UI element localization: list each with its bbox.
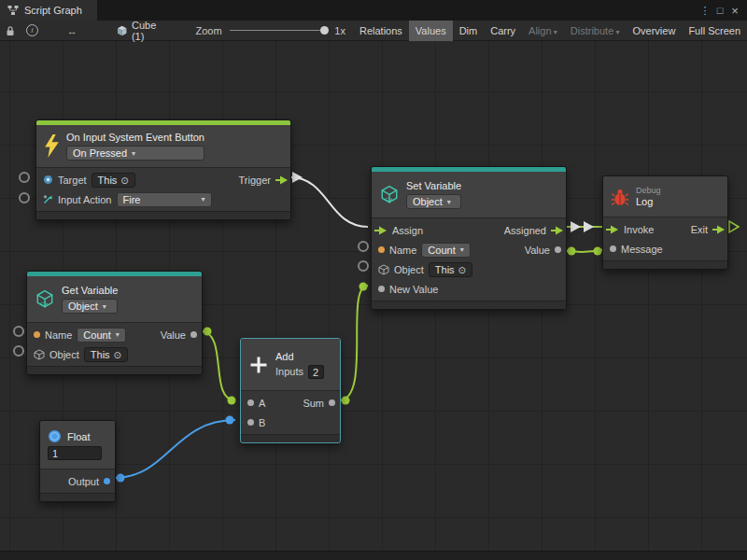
- wire-endpoint-dot: [594, 247, 602, 256]
- relations-arrows-icon[interactable]: ↔: [62, 25, 83, 36]
- port-label-new-value: New Value: [389, 284, 438, 295]
- node-get-variable[interactable]: <> Get Variable Object Name Count: [26, 271, 203, 375]
- node-on-input-system-event[interactable]: On Input System Event Button On Pressed …: [35, 119, 291, 220]
- invoke-input-port[interactable]: [606, 225, 619, 234]
- a-input-port[interactable]: [247, 399, 254, 406]
- object-picker-icon: [114, 349, 121, 360]
- fullscreen-button[interactable]: Full Screen: [682, 21, 747, 41]
- target-row: Target This Trigger: [36, 170, 290, 189]
- graph-canvas[interactable]: On Input System Event Button On Pressed …: [0, 41, 747, 560]
- node-debug-log[interactable]: Debug Log Invoke Exit: [602, 175, 728, 270]
- float-value-field[interactable]: 1: [48, 446, 102, 460]
- info-icon[interactable]: i: [21, 24, 43, 36]
- port-label-assigned: Assigned: [504, 225, 546, 236]
- trigger-output-port[interactable]: [275, 175, 289, 185]
- wire-float-addB[interactable]: [114, 420, 235, 478]
- event-action-outer-port[interactable]: [19, 192, 30, 203]
- graph-target[interactable]: Cube (1): [117, 20, 170, 42]
- node-footer: [372, 301, 566, 309]
- relations-button[interactable]: Relations: [353, 21, 409, 41]
- svg-text:<>: <>: [385, 195, 393, 203]
- port-label-a: A: [259, 398, 265, 409]
- port-label-target: Target: [58, 175, 87, 186]
- event-mode-dropdown[interactable]: On Pressed: [66, 146, 204, 161]
- b-row: B: [241, 413, 340, 432]
- port-label-exit: Exit: [691, 224, 708, 235]
- node-category: Debug: [636, 186, 661, 195]
- node-title: Set Variable: [406, 180, 461, 191]
- maximize-icon[interactable]: □: [712, 5, 727, 16]
- node-title: Log: [636, 196, 661, 207]
- tab-bar: Script Graph ⋮ □ ×: [0, 0, 747, 21]
- wire-sum-newvalue[interactable]: [339, 286, 368, 400]
- lock-icon[interactable]: [0, 25, 21, 36]
- sum-output-port[interactable]: [329, 399, 335, 406]
- port-label-invoke: Invoke: [624, 224, 654, 235]
- getvar-object-outer-port[interactable]: [13, 345, 24, 357]
- zoom-slider-handle[interactable]: [320, 26, 329, 35]
- invoke-row: Invoke Exit: [603, 219, 727, 239]
- name-row: Name Count Value: [27, 325, 202, 344]
- wire-getvalue-addA[interactable]: [201, 331, 235, 400]
- node-float[interactable]: Float 1 Output: [39, 420, 116, 502]
- flow-marker-arrow: [571, 221, 581, 232]
- assign-input-port[interactable]: [374, 226, 388, 235]
- port-label-assign: Assign: [392, 225, 423, 236]
- a-row: A Sum: [241, 393, 340, 413]
- input-action-dropdown[interactable]: Fire: [117, 192, 212, 207]
- object-chip[interactable]: This: [84, 347, 128, 362]
- object-chip[interactable]: This: [429, 262, 472, 277]
- node-add[interactable]: Add Inputs 2 A Sum B: [240, 338, 341, 443]
- wire-endpoint-dot: [568, 247, 576, 256]
- zoom-slider[interactable]: [230, 26, 330, 35]
- target-object-chip[interactable]: This: [92, 173, 135, 188]
- dropdown-value: Count: [428, 245, 455, 256]
- output-row: Output: [40, 471, 115, 491]
- port-label-output: Output: [68, 476, 99, 487]
- exit-output-port[interactable]: [712, 225, 726, 234]
- overview-button[interactable]: Overview: [627, 21, 683, 41]
- wire-endpoint-dot: [359, 283, 368, 291]
- assign-row: Assign Assigned: [372, 220, 566, 240]
- message-input-port[interactable]: [610, 245, 616, 252]
- cube-icon: [117, 25, 127, 36]
- getvar-name-outer-port[interactable]: [13, 326, 24, 337]
- dim-button[interactable]: Dim: [453, 21, 485, 41]
- value-output-port[interactable]: [555, 246, 561, 253]
- assigned-output-port[interactable]: [551, 226, 564, 235]
- window-controls: ⋮ □ ×: [698, 0, 747, 21]
- wire-endpoint-dot: [204, 328, 212, 336]
- value-output-port[interactable]: [190, 331, 197, 338]
- port-label-b: B: [259, 417, 265, 428]
- input-action-row: Input Action Fire: [36, 189, 290, 209]
- zoom-slider-track: [230, 30, 330, 31]
- target-port-icon: [43, 175, 53, 185]
- name-input-port[interactable]: [378, 246, 385, 253]
- node-set-variable[interactable]: <> Set Variable Object Assign Assigned: [371, 166, 567, 310]
- canvas-bottom-edge: [0, 551, 747, 560]
- inputs-count-field[interactable]: 2: [308, 365, 324, 379]
- variable-cube-icon: <>: [35, 289, 55, 310]
- variable-scope-dropdown[interactable]: Object: [62, 299, 118, 314]
- object-picker-icon: [120, 175, 128, 186]
- node-footer: [603, 260, 727, 269]
- chip-value: This: [98, 175, 118, 186]
- float-output-port[interactable]: [104, 478, 110, 484]
- tab-script-graph[interactable]: Script Graph: [0, 0, 97, 21]
- node-footer: [27, 366, 202, 374]
- values-button[interactable]: Values: [409, 21, 453, 41]
- variable-name-dropdown[interactable]: Count: [421, 243, 470, 258]
- b-input-port[interactable]: [247, 419, 254, 426]
- new-value-input-port[interactable]: [378, 286, 385, 292]
- carry-button[interactable]: Carry: [484, 21, 522, 41]
- event-target-outer-port[interactable]: [19, 172, 30, 183]
- name-input-port[interactable]: [34, 331, 40, 338]
- variable-scope-dropdown[interactable]: Object: [406, 194, 461, 209]
- close-icon[interactable]: ×: [727, 4, 742, 18]
- wire-trigger-assign[interactable]: [290, 177, 368, 227]
- menu-icon[interactable]: ⋮: [698, 5, 712, 17]
- setvar-object-outer-port[interactable]: [358, 260, 369, 272]
- flow-marker-arrow: [584, 221, 594, 232]
- variable-name-dropdown[interactable]: Count: [77, 328, 125, 343]
- setvar-name-outer-port[interactable]: [358, 241, 369, 252]
